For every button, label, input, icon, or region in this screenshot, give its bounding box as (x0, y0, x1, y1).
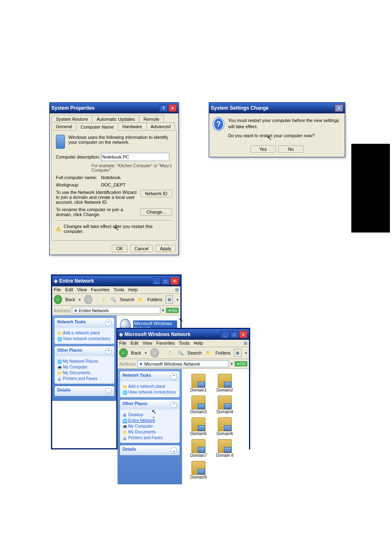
my-computer-link[interactable]: 💻My Computer (122, 424, 177, 428)
address-field[interactable]: ◈Microsoft Windows Network (137, 360, 228, 367)
search-label[interactable]: Search (120, 297, 134, 302)
folders-icon[interactable]: 📁 (205, 349, 212, 357)
minimize-icon[interactable]: _ (221, 331, 229, 338)
yes-button[interactable]: Yes (250, 145, 276, 153)
window-title: System Properties (51, 105, 95, 111)
chevron-up-icon[interactable]: ⌃ (171, 401, 177, 408)
close-icon[interactable]: × (239, 331, 247, 338)
menu-edit[interactable]: Edit (131, 341, 138, 346)
domain-item[interactable]: Domain2 (213, 374, 236, 392)
folders-icon[interactable]: 📁 (138, 296, 144, 303)
menu-view[interactable]: View (143, 341, 152, 346)
search-label[interactable]: Search (187, 350, 202, 355)
menu-view[interactable]: View (77, 287, 87, 292)
change-button[interactable]: Change... (140, 208, 172, 216)
domain-item[interactable]: Domain5 (187, 417, 210, 436)
menu-help[interactable]: Help (194, 341, 203, 346)
desktop-link[interactable]: 🖥Desktop (122, 412, 177, 417)
menu-file[interactable]: File (54, 287, 61, 292)
minimize-icon[interactable]: _ (152, 277, 161, 285)
close-icon[interactable]: × (168, 104, 177, 112)
go-button[interactable]: ➔ Go (166, 308, 179, 313)
views-icon[interactable]: ▦ (234, 349, 242, 357)
workgroup-value: DOC_DEPT (101, 182, 172, 187)
tab-remote[interactable]: Remote (139, 115, 164, 123)
network-id-button[interactable]: Network ID (140, 190, 172, 197)
view-connections-link[interactable]: 🌐View network connections (122, 390, 177, 394)
cancel-button[interactable]: Cancel (130, 245, 153, 252)
menu-file[interactable]: File (119, 341, 127, 346)
view-connections-link[interactable]: 🌐View network connections (57, 336, 112, 341)
tab-advanced[interactable]: Advanced (146, 122, 175, 130)
help-icon[interactable]: ? (159, 104, 168, 112)
back-button[interactable]: ← (54, 295, 62, 304)
close-icon[interactable]: × (335, 104, 343, 112)
domain-icon (218, 396, 232, 410)
my-computer-link[interactable]: 💻My Computer (57, 365, 112, 369)
go-button[interactable]: ➔ Go (235, 361, 247, 366)
printers-link[interactable]: 🖨Printers and Faxes (57, 376, 112, 381)
menu-help[interactable]: Help (128, 287, 138, 292)
menu-tools[interactable]: Tools (114, 287, 125, 292)
fullname-label: Full computer name: (56, 175, 101, 180)
menu-favorites[interactable]: Favorites (91, 287, 109, 292)
search-icon[interactable]: 🔍 (177, 349, 184, 357)
fullname-value: Notebook. (101, 175, 172, 180)
domain-item[interactable]: Domain 8 (213, 439, 236, 458)
chevron-up-icon[interactable]: ⌃ (105, 348, 112, 355)
chevron-up-icon[interactable]: ⌃ (171, 373, 177, 380)
back-button[interactable]: ← (119, 348, 128, 357)
entire-network-link[interactable]: 🌐Entire Network (122, 418, 177, 423)
domain-icon (191, 417, 205, 431)
folders-label[interactable]: Folders (215, 350, 231, 355)
tab-general[interactable]: General (51, 122, 76, 130)
domain-item[interactable]: Domain1 (187, 374, 210, 392)
search-icon[interactable]: 🔍 (110, 296, 117, 303)
forward-button[interactable]: → (150, 348, 159, 357)
no-button[interactable]: No (278, 145, 304, 153)
add-network-place-link[interactable]: 📁Add a network place (57, 331, 112, 335)
chevron-down-icon[interactable]: ⌄ (171, 447, 177, 454)
add-network-place-link[interactable]: 📁Add a network place (122, 384, 177, 389)
window-title: Entire Network (59, 278, 94, 284)
domain-icon (218, 374, 232, 388)
forward-button[interactable]: → (84, 295, 92, 304)
ok-button[interactable]: OK (112, 245, 127, 252)
menu-tools[interactable]: Tools (179, 341, 190, 346)
chevron-up-icon[interactable]: ⌃ (105, 320, 112, 326)
maximize-icon[interactable]: □ (230, 331, 238, 338)
domain-item[interactable]: Domain7 (187, 439, 210, 458)
chevron-down-icon[interactable]: ⌄ (105, 388, 112, 394)
domain-icon (191, 374, 205, 388)
tab-hardware[interactable]: Hardware (118, 122, 147, 130)
system-properties-window: System Properties ? × System Restore Aut… (49, 102, 179, 255)
sidebar: Network Tasks⌃ 📁Add a network place 🌐Vie… (52, 315, 117, 401)
domain-item[interactable]: Domain3 (187, 396, 210, 414)
printers-link[interactable]: 🖨Printers and Faxes (122, 435, 177, 440)
up-icon[interactable]: ⤴ (100, 296, 107, 303)
my-documents-link[interactable]: 📁My Documents (57, 371, 112, 375)
address-field[interactable]: ◈Entire Network (72, 307, 160, 314)
system-settings-change-dialog: System Settings Change × ? You must rest… (209, 102, 345, 157)
details-panel: Details⌄ (120, 445, 180, 455)
maximize-icon[interactable]: □ (161, 277, 170, 285)
menu-edit[interactable]: Edit (65, 287, 73, 292)
domain-item[interactable]: Domain4 (213, 396, 236, 414)
domain-item[interactable]: Domain6 (213, 417, 236, 436)
domain-item[interactable]: Domain9 (187, 461, 210, 479)
details-panel: Details⌄ (55, 386, 114, 396)
my-documents-link[interactable]: 📁My Documents (122, 430, 177, 434)
my-network-places-link[interactable]: 🌐My Network Places (57, 359, 112, 364)
folders-label[interactable]: Folders (147, 297, 162, 302)
tab-system-restore[interactable]: System Restore (51, 115, 92, 123)
views-icon[interactable]: ▦ (166, 295, 173, 304)
addressbar: Address ◈Microsoft Windows Network ▾ ➔ G… (118, 359, 249, 369)
computer-description-input[interactable] (101, 153, 169, 161)
tab-auto-updates[interactable]: Automatic Updates (92, 115, 139, 123)
network-tasks-panel: Network Tasks⌃ 📁Add a network place 🌐Vie… (55, 318, 114, 344)
apply-button[interactable]: Apply (155, 245, 176, 252)
menu-favorites[interactable]: Favorites (156, 341, 175, 346)
tab-computer-name[interactable]: Computer Name (76, 123, 118, 131)
up-icon[interactable]: ⤴ (167, 349, 174, 357)
close-icon[interactable]: × (171, 277, 179, 285)
